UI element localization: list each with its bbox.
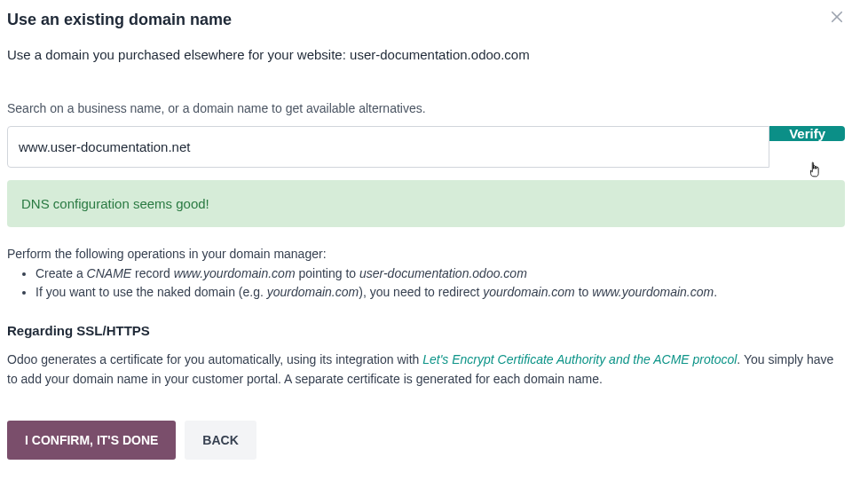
close-icon	[829, 14, 845, 28]
back-button[interactable]: BACK	[185, 421, 256, 460]
instruction-item-naked: If you want to use the naked domain (e.g…	[36, 283, 845, 302]
instructions-list: Create a CNAME record www.yourdomain.com…	[7, 264, 845, 302]
domain-input[interactable]	[7, 126, 769, 168]
search-hint: Search on a business name, or a domain n…	[7, 101, 845, 115]
lets-encrypt-link[interactable]: Let's Encrypt Certificate Authority and …	[422, 352, 737, 366]
ssl-heading: Regarding SSL/HTTPS	[7, 323, 845, 338]
dns-success-alert: DNS configuration seems good!	[7, 180, 845, 227]
instruction-item-cname: Create a CNAME record www.yourdomain.com…	[36, 264, 845, 283]
modal-header: Use an existing domain name	[7, 7, 845, 40]
intro-text: Use a domain you purchased elsewhere for…	[7, 47, 845, 62]
intro-domain: user-documentation.odoo.com	[350, 47, 530, 62]
verify-wrap: Verify	[769, 126, 845, 168]
button-row: I CONFIRM, IT'S DONE BACK	[7, 421, 845, 460]
confirm-button[interactable]: I CONFIRM, IT'S DONE	[7, 421, 176, 460]
intro-prefix: Use a domain you purchased elsewhere for…	[7, 47, 350, 62]
ssl-text: Odoo generates a certificate for you aut…	[7, 350, 845, 389]
close-button[interactable]	[829, 9, 845, 28]
domain-input-row: Verify	[7, 126, 845, 168]
page-title: Use an existing domain name	[7, 11, 232, 29]
instructions-lead: Perform the following operations in your…	[7, 247, 845, 261]
domain-modal: Use an existing domain name Use a domain…	[7, 7, 845, 460]
verify-button[interactable]: Verify	[769, 126, 845, 141]
